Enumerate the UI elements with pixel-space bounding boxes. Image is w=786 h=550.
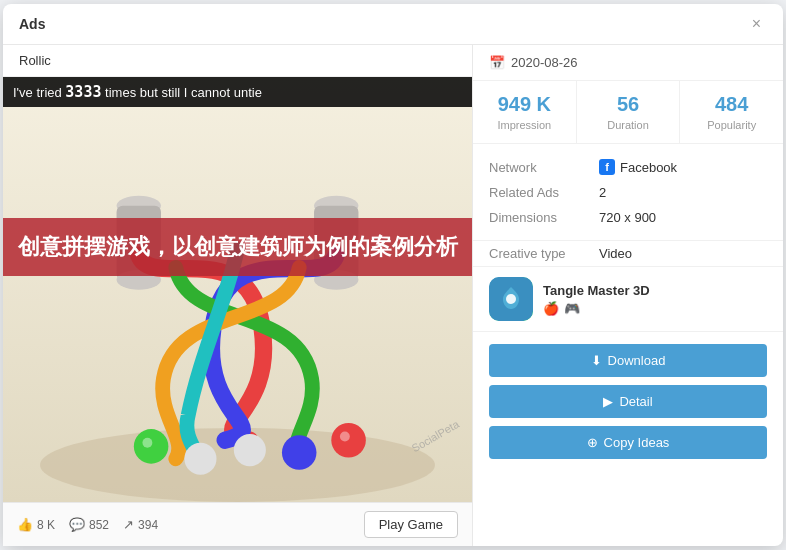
duration-value: 56 [585,93,672,116]
modal-title: Ads [19,16,45,32]
network-key: Network [489,160,599,175]
comments-stat: 💬 852 [69,517,109,532]
modal-body: Rollic I've tried 3333 times but still I… [3,45,783,546]
ad-overlay-banner: 创意拼摆游戏，以创意建筑师为例的案例分析 [3,218,472,276]
impression-value: 949 K [481,93,568,116]
gamepad-icon: 🎮 [564,301,580,316]
detail-icon: ▶ [603,394,613,409]
related-ads-row: Related Ads 2 [489,180,767,205]
play-game-button[interactable]: Play Game [364,511,458,538]
copy-ideas-button[interactable]: ⊕ Copy Ideas [489,426,767,459]
thumb-up-icon: 👍 [17,517,33,532]
ads-modal: Ads × Rollic I've tried 3333 times but s… [3,4,783,546]
right-panel: 📅 2020-08-26 949 K Impression 56 Duratio… [473,45,783,546]
shares-count: 394 [138,518,158,532]
network-value: f Facebook [599,159,677,175]
copy-ideas-icon: ⊕ [587,435,598,450]
metrics-row: 949 K Impression 56 Duration 484 Popular… [473,81,783,144]
creative-type-row: Creative type Video [473,241,783,267]
related-ads-value: 2 [599,185,606,200]
comment-icon: 💬 [69,517,85,532]
game-scene: I've tried 3333 times but still I cannot… [3,77,472,502]
date-row: 📅 2020-08-26 [473,45,783,81]
action-buttons: ⬇ Download ▶ Detail ⊕ Copy Ideas [473,332,783,471]
svg-point-9 [234,434,266,466]
facebook-icon: f [599,159,615,175]
dimensions-value: 720 x 900 [599,210,656,225]
download-icon: ⬇ [591,353,602,368]
metric-duration: 56 Duration [577,81,681,143]
dimensions-key: Dimensions [489,210,599,225]
ad-footer: 👍 8 K 💬 852 ↗ 394 Play Game [3,502,472,546]
advertiser-name: Rollic [3,45,472,77]
svg-point-13 [340,432,350,442]
svg-point-10 [282,435,317,470]
popularity-label: Popularity [688,119,775,131]
calendar-icon: 📅 [489,55,505,70]
game-platforms: 🍎 🎮 [543,301,767,316]
likes-count: 8 K [37,518,55,532]
related-game-row: Tangle Master 3D 🍎 🎮 [473,267,783,332]
download-button[interactable]: ⬇ Download [489,344,767,377]
game-thumbnail [489,277,533,321]
duration-label: Duration [585,119,672,131]
ad-stats: 👍 8 K 💬 852 ↗ 394 [17,517,158,532]
apple-icon: 🍎 [543,301,559,316]
metric-impression: 949 K Impression [473,81,577,143]
detail-button[interactable]: ▶ Detail [489,385,767,418]
shares-stat: ↗ 394 [123,517,158,532]
close-button[interactable]: × [746,14,767,34]
svg-point-12 [142,438,152,448]
ad-title-bar: I've tried 3333 times but still I cannot… [3,77,472,107]
creative-type-key: Creative type [489,246,599,261]
modal-header: Ads × [3,4,783,45]
info-table: Network f Facebook Related Ads 2 Dimensi… [473,144,783,241]
svg-point-7 [134,429,169,464]
share-icon: ↗ [123,517,134,532]
ad-preview: I've tried 3333 times but still I cannot… [3,77,472,502]
game-info: Tangle Master 3D 🍎 🎮 [543,283,767,316]
ad-date: 2020-08-26 [511,55,578,70]
game-name: Tangle Master 3D [543,283,767,298]
rope-illustration [3,107,472,502]
svg-point-8 [184,443,216,475]
network-row: Network f Facebook [489,154,767,180]
impression-label: Impression [481,119,568,131]
dimensions-row: Dimensions 720 x 900 [489,205,767,230]
creative-type-value: Video [599,246,632,261]
related-ads-key: Related Ads [489,185,599,200]
popularity-value: 484 [688,93,775,116]
comments-count: 852 [89,518,109,532]
metric-popularity: 484 Popularity [680,81,783,143]
svg-point-15 [506,294,516,304]
svg-point-11 [331,423,366,458]
left-panel: Rollic I've tried 3333 times but still I… [3,45,473,546]
likes-stat: 👍 8 K [17,517,55,532]
